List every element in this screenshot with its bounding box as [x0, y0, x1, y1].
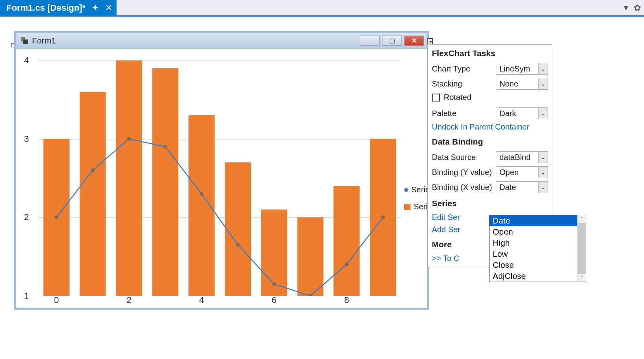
legend-marker-bar	[404, 204, 411, 210]
label-binding-y: Binding (Y value)	[432, 168, 494, 177]
link-undock[interactable]: Undock In Parent Container	[428, 121, 552, 133]
pin-icon[interactable]: ✦	[91, 3, 99, 13]
svg-rect-7	[297, 217, 323, 296]
label-binding-x: Binding (X value)	[432, 183, 494, 192]
svg-rect-2	[116, 60, 142, 296]
plot-area	[38, 53, 401, 296]
dropdown-option[interactable]: Close	[490, 259, 586, 271]
close-button[interactable]: ✕	[404, 36, 424, 46]
x-tick-label: 2	[126, 295, 131, 305]
dropdown-option[interactable]: Low	[490, 248, 586, 259]
flexchart[interactable]: Series 1 Series 1 123402468	[16, 49, 427, 308]
document-tab-title: Form1.cs [Design]*	[6, 3, 86, 13]
checkbox-rotated[interactable]	[432, 94, 440, 101]
window-titlebar: Form1 — ▢ ✕	[16, 33, 427, 49]
y-tick-label: 1	[24, 291, 29, 301]
close-x-icon: ✕	[411, 36, 417, 45]
task-panel-title: FlexChart Tasks	[428, 45, 552, 61]
label-chart-type: Chart Type	[432, 64, 494, 73]
dropdown-option[interactable]: High	[490, 237, 586, 248]
designer-surface: ◂ Form1 — ▢ ✕ Series 1 Series 1	[14, 31, 433, 315]
label-data-source: Data Source	[432, 153, 494, 162]
label-rotated: Rotated	[444, 93, 471, 102]
row-stacking: Stacking None ⌄	[428, 76, 552, 91]
svg-rect-6	[261, 209, 287, 296]
scroll-down-icon[interactable]: ˅	[580, 274, 583, 282]
dropdown-option[interactable]: Date	[490, 215, 586, 226]
svg-point-16	[272, 282, 276, 286]
select-value: Date	[497, 183, 518, 192]
svg-rect-5	[225, 162, 251, 296]
window-title: Form1	[32, 36, 56, 45]
row-palette: Palette Dark ⌄	[428, 106, 552, 121]
select-binding-y[interactable]: Open ⌄	[497, 166, 548, 178]
select-stacking[interactable]: None ⌄	[497, 78, 548, 90]
row-chart-type: Chart Type LineSym ⌄	[428, 61, 552, 76]
y-tick-label: 2	[24, 212, 29, 222]
close-icon[interactable]: ✕	[105, 3, 113, 13]
svg-rect-4	[188, 115, 215, 296]
row-data-source: Data Source dataBind ⌄	[428, 150, 552, 165]
x-tick-label: 0	[54, 295, 59, 305]
select-value: Dark	[497, 109, 518, 118]
select-value: None	[497, 79, 521, 88]
chevron-down-icon: ⌄	[538, 152, 548, 163]
scroll-thumb[interactable]	[578, 223, 586, 274]
document-tab-active[interactable]: Form1.cs [Design]* ✦ ✕	[0, 0, 117, 15]
chevron-down-icon: ⌄	[538, 167, 548, 178]
binding-x-dropdown[interactable]: ˄ ˅ DateOpenHighLowCloseAdjClose	[489, 215, 586, 282]
label-palette: Palette	[432, 109, 494, 118]
scroll-up-icon[interactable]: ˄	[580, 215, 583, 223]
x-tick-label: 8	[344, 295, 349, 305]
svg-point-11	[91, 168, 95, 172]
form-icon	[20, 36, 29, 45]
maximize-button[interactable]: ▢	[382, 36, 402, 46]
svg-point-15	[236, 243, 240, 247]
svg-point-14	[200, 192, 203, 196]
chevron-down-icon: ⌄	[538, 108, 548, 119]
x-tick-label: 4	[199, 295, 204, 305]
row-rotated: Rotated	[428, 91, 552, 106]
row-binding-y: Binding (Y value) Open ⌄	[428, 165, 552, 180]
legend-marker-line	[403, 187, 409, 192]
smart-tag-glyph[interactable]: ◂	[427, 38, 433, 45]
gear-icon[interactable]: ✿	[634, 3, 641, 13]
y-tick-label: 3	[24, 134, 29, 144]
form-window[interactable]: ◂ Form1 — ▢ ✕ Series 1 Series 1	[14, 31, 429, 310]
svg-rect-8	[333, 186, 360, 296]
section-series: Series	[428, 195, 552, 211]
svg-rect-1	[80, 92, 106, 296]
document-tab-strip: Form1.cs [Design]* ✦ ✕ ▾ ✿	[0, 0, 644, 17]
svg-rect-3	[152, 68, 178, 296]
label-stacking: Stacking	[432, 79, 494, 88]
minimize-icon: —	[367, 37, 373, 44]
dropdown-option[interactable]: Open	[490, 226, 586, 237]
chevron-down-icon: ⌄	[538, 182, 548, 193]
x-tick-label: 6	[272, 295, 277, 305]
svg-point-13	[163, 145, 167, 148]
select-value: LineSym	[497, 64, 533, 73]
svg-point-18	[345, 263, 348, 267]
maximize-icon: ▢	[389, 37, 395, 44]
section-data-binding: Data Binding	[428, 133, 552, 150]
select-data-source[interactable]: dataBind ⌄	[497, 151, 548, 163]
row-binding-x: Binding (X value) Date ⌄	[428, 180, 552, 195]
select-chart-type[interactable]: LineSym ⌄	[497, 63, 548, 75]
select-palette[interactable]: Dark ⌄	[497, 107, 548, 119]
tab-overflow-icon[interactable]: ▾	[624, 3, 628, 13]
chevron-down-icon: ⌄	[538, 63, 548, 74]
select-value: Open	[497, 168, 521, 177]
dropdown-option[interactable]: AdjClose	[490, 271, 586, 282]
chevron-down-icon: ⌄	[538, 78, 548, 89]
dropdown-scrollbar[interactable]: ˄ ˅	[577, 215, 586, 282]
select-value: dataBind	[497, 153, 533, 162]
select-binding-x[interactable]: Date ⌄	[497, 181, 548, 193]
minimize-button[interactable]: —	[360, 36, 380, 46]
y-tick-label: 4	[24, 55, 29, 66]
